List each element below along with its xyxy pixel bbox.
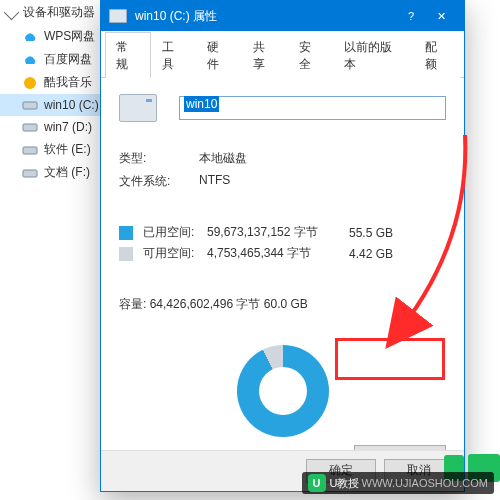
tab-label: 工具 [162,40,174,71]
tab-label: 配额 [425,40,437,71]
type-label: 类型: [119,150,199,167]
fs-label: 文件系统: [119,173,199,190]
tab-tools[interactable]: 工具 [151,32,197,78]
used-gb: 55.5 GB [349,226,409,240]
music-icon [22,75,38,91]
drive-icon [22,142,38,158]
chevron-down-icon [4,5,20,21]
drive-icon [22,119,38,135]
tree-item-label: 百度网盘 [44,51,92,68]
usage-section: 已用空间: 59,673,137,152 字节 55.5 GB 可用空间: 4,… [119,224,446,266]
tree-item-label: 文档 (F:) [44,164,90,181]
watermark-site: WWW.UJIAOSHOU.COM [362,477,489,489]
type-value: 本地磁盘 [199,150,446,167]
watermark-brand: U教授 [330,476,360,491]
svg-rect-4 [23,170,37,177]
free-bytes: 4,753,465,344 字节 [207,245,349,262]
tab-label: 硬件 [207,40,219,71]
tree-item-label: win7 (D:) [44,120,92,134]
tab-previous[interactable]: 以前的版本 [333,32,414,78]
free-gb: 4.42 GB [349,247,409,261]
usage-donut-chart [237,345,329,437]
used-bytes: 59,673,137,152 字节 [207,224,349,241]
svg-rect-1 [23,102,37,109]
fs-value: NTFS [199,173,446,190]
tab-row: 常规 工具 硬件 共享 安全 以前的版本 配额 [101,31,464,78]
tree-item-label: 酷我音乐 [44,74,92,91]
capacity-gb: 60.0 GB [264,297,308,311]
cloud-icon [22,29,38,45]
drive-name-value: win10 [184,96,219,112]
tab-label: 以前的版本 [344,40,392,71]
used-color-swatch [119,226,133,240]
dialog-title: win10 (C:) 属性 [135,8,396,25]
drive-name-input[interactable]: win10 [179,96,446,120]
tree-item-label: win10 (C:) [44,98,99,112]
tab-label: 共享 [253,40,265,71]
tab-general[interactable]: 常规 [105,32,151,78]
svg-rect-3 [23,147,37,154]
watermark: U U教授 WWW.UJIAOSHOU.COM [302,472,494,494]
tab-sharing[interactable]: 共享 [242,32,288,78]
svg-rect-2 [23,124,37,131]
cloud-icon [22,52,38,68]
drive-icon [109,9,127,23]
tab-label: 常规 [116,40,128,71]
dialog-titlebar[interactable]: win10 (C:) 属性 ? ✕ [101,1,464,31]
svg-point-0 [24,77,36,89]
close-button[interactable]: ✕ [426,4,456,28]
drive-icon [119,94,157,122]
tab-quota[interactable]: 配额 [414,32,460,78]
tree-item-label: WPS网盘 [44,28,95,45]
capacity-label: 容量: [119,297,146,311]
tab-security[interactable]: 安全 [288,32,334,78]
free-label: 可用空间: [143,245,207,262]
watermark-logo-icon: U [308,474,326,492]
tab-label: 安全 [299,40,311,71]
drive-icon [22,97,38,113]
help-button[interactable]: ? [396,4,426,28]
tree-item-label: 软件 (E:) [44,141,91,158]
free-color-swatch [119,247,133,261]
used-label: 已用空间: [143,224,207,241]
tab-hardware[interactable]: 硬件 [196,32,242,78]
tab-body-general: win10 类型:本地磁盘 文件系统:NTFS 已用空间: 59,673,137… [101,78,464,450]
properties-dialog: win10 (C:) 属性 ? ✕ 常规 工具 硬件 共享 安全 以前的版本 配… [100,0,465,492]
tree-section-label: 设备和驱动器 [23,4,95,21]
capacity-bytes: 64,426,602,496 字节 [150,297,261,311]
drive-icon [22,165,38,181]
